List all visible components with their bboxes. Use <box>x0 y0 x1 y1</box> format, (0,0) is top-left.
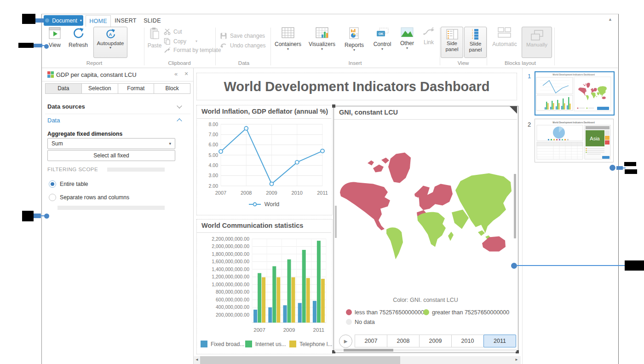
slide-thumbnail-1[interactable]: World Development Indicators Dashboard <box>535 71 615 116</box>
svg-text:2,200,000,000.00: 2,200,000,000.00 <box>212 236 249 242</box>
group-label-report: Report <box>60 60 129 66</box>
visualizers-button[interactable]: Visualizers ▾ <box>307 27 337 51</box>
group-separator <box>215 28 216 65</box>
svg-text:A: A <box>109 32 112 37</box>
map-vscroll-thumb-left[interactable] <box>335 206 337 238</box>
chevron-down-icon: ▾ <box>341 48 368 52</box>
line-chart: 8.007.006.005.004.003.002.00200720082009… <box>199 121 329 199</box>
group-label-data: Data <box>209 60 278 66</box>
radio-entire-table[interactable] <box>49 180 56 188</box>
select-all-fixed-button[interactable]: Select all fixed <box>47 150 175 161</box>
chevron-down-icon: ▾ <box>396 46 418 50</box>
undo-changes-button[interactable]: Undo changes <box>220 42 265 49</box>
year-button-2008[interactable]: 2008 <box>387 335 420 347</box>
svg-text:800,000,000.00: 800,000,000.00 <box>216 289 249 295</box>
callout-line <box>517 265 625 266</box>
radio-separate-label: Separate rows and columns <box>60 194 129 201</box>
cut-button[interactable]: Cut <box>164 29 182 35</box>
collapse-panel-icon[interactable]: « <box>174 70 178 77</box>
legend-less-than: less than 75257650000000 <box>355 309 424 316</box>
copy-button[interactable]: Copy ▾ <box>164 38 197 45</box>
cut-icon <box>164 29 171 35</box>
svg-text:OK: OK <box>379 32 384 35</box>
format-by-template-button[interactable]: Format by template <box>164 47 221 53</box>
format-brush-icon <box>164 47 171 53</box>
radio-separate-rows-columns[interactable] <box>49 194 56 201</box>
svg-text:2011: 2011 <box>317 190 328 196</box>
tab-slide[interactable]: SLIDE <box>140 15 164 26</box>
year-button-2010[interactable]: 2010 <box>451 335 484 347</box>
containers-button[interactable]: Containers ▾ <box>273 27 303 51</box>
slide-panel-button[interactable]: 1234 Slide panel <box>464 27 487 58</box>
document-menu-button[interactable]: Document ▾ <box>44 15 83 26</box>
paste-button[interactable]: Paste <box>146 27 163 49</box>
section-data-sources[interactable]: Data sources <box>47 103 85 110</box>
resize-handle[interactable] <box>332 104 335 108</box>
side-panel-button[interactable]: Side panel <box>441 27 463 58</box>
manually-layout-button[interactable]: Manually <box>522 27 552 58</box>
visualizers-icon <box>316 27 328 38</box>
svg-text:2: 2 <box>472 32 473 34</box>
year-button-2009[interactable]: 2009 <box>419 335 452 347</box>
chevron-down-icon: ▾ <box>371 47 394 51</box>
tab-selection[interactable]: Selection <box>81 83 118 94</box>
svg-text:8.00: 8.00 <box>209 121 218 127</box>
svg-text:5.00: 5.00 <box>209 152 218 158</box>
tab-data[interactable]: Data <box>45 83 82 94</box>
svg-text:3.00: 3.00 <box>209 173 218 178</box>
link-button[interactable]: Link <box>420 27 437 46</box>
world-map[interactable] <box>337 122 514 295</box>
undo-icon <box>220 42 227 49</box>
chevron-down-icon: ▾ <box>169 141 175 146</box>
tab-format[interactable]: Format <box>118 83 155 94</box>
tab-block[interactable]: Block <box>154 83 190 94</box>
tab-home[interactable]: HOME <box>86 15 111 27</box>
slide1-mini-title: World Development Indicators Dashboard <box>552 74 595 76</box>
automatic-layout-button[interactable]: Automatic <box>490 27 519 47</box>
callout-dot <box>44 44 49 49</box>
save-changes-button[interactable]: Save changes <box>220 32 265 40</box>
chevron-down-icon[interactable]: ▾ <box>196 39 197 43</box>
title-block[interactable]: World Development Indicators Dashboard <box>196 73 517 100</box>
group-separator <box>487 28 487 65</box>
collapse-ribbon-icon[interactable]: ▲ <box>608 17 612 22</box>
autoupdate-button[interactable]: A Autoupdate ▾ <box>93 27 127 58</box>
tab-insert[interactable]: INSERT <box>113 15 138 26</box>
svg-text:2009: 2009 <box>283 327 295 333</box>
left-panel <box>42 68 194 364</box>
chevron-down-icon: ▾ <box>307 47 337 51</box>
group-separator <box>554 28 555 65</box>
save-icon <box>220 32 227 40</box>
redaction-box <box>624 162 636 166</box>
block-type-icon <box>47 71 54 78</box>
slide-number-2: 2 <box>528 121 531 128</box>
year-button-2007[interactable]: 2007 <box>355 335 387 347</box>
resize-handle-corner[interactable] <box>510 106 517 114</box>
year-button-2011-selected[interactable]: 2011 <box>483 335 516 347</box>
reports-button[interactable]: Reports ▾ <box>341 27 368 52</box>
containers-grid-icon <box>282 27 294 38</box>
group-label-clipboard: Clipboard <box>145 60 214 66</box>
close-panel-icon[interactable]: × <box>184 70 188 77</box>
slide-panel-icon: 1234 <box>472 29 480 40</box>
map-vscroll-thumb[interactable] <box>514 174 516 238</box>
main-hscroll-thumb[interactable] <box>200 356 400 364</box>
slide-thumbnail-2[interactable]: World Development Indicators Dashboard A… <box>535 119 614 162</box>
legend-swatch <box>289 341 296 347</box>
refresh-button[interactable]: Refresh <box>66 27 90 48</box>
control-button[interactable]: OK Control ▾ <box>371 27 394 51</box>
scroll-left-arrow[interactable]: ◄ <box>195 358 199 362</box>
svg-text:2.00: 2.00 <box>209 183 218 189</box>
svg-text:4.00: 4.00 <box>209 162 218 168</box>
scroll-right-arrow[interactable]: ► <box>515 358 518 362</box>
panel-header-divider <box>42 81 193 81</box>
map-hscroll-thumb[interactable] <box>344 349 393 352</box>
svg-text:2009: 2009 <box>266 190 277 196</box>
redaction-box <box>625 260 644 271</box>
section-data[interactable]: Data <box>47 117 60 124</box>
automatic-layout-icon <box>498 27 512 38</box>
redaction-box <box>18 43 34 48</box>
play-button[interactable]: ▶ <box>339 335 352 348</box>
aggregate-select[interactable]: Sum ▾ <box>47 138 175 149</box>
other-button[interactable]: Other ▾ <box>396 27 418 50</box>
